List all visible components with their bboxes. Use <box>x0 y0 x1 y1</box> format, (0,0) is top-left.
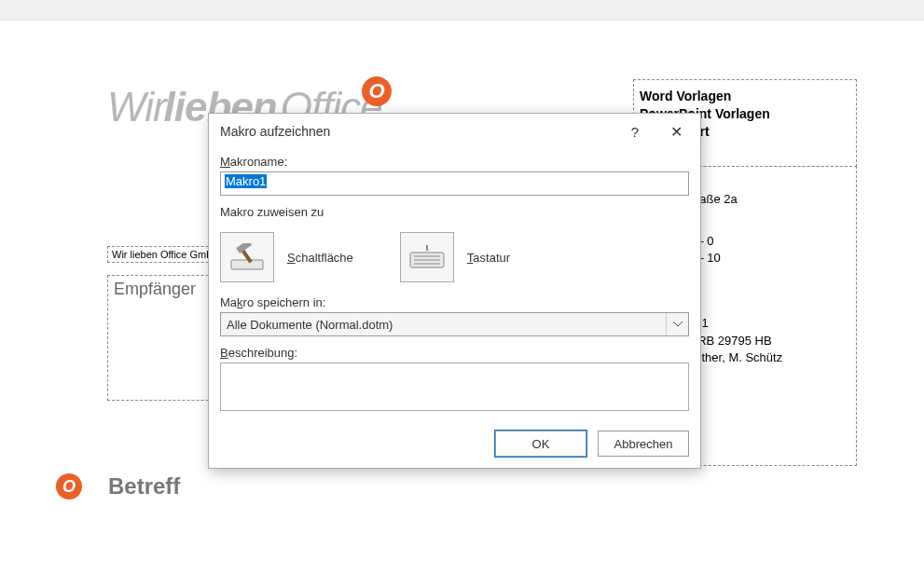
ribbon-bar <box>0 0 924 21</box>
assign-to-button[interactable]: Schaltfläche <box>220 232 353 282</box>
assign-to-keyboard[interactable]: Tastatur <box>400 232 510 282</box>
subject-label[interactable]: Betreff <box>108 473 180 499</box>
macroname-value: Makro1 <box>225 174 267 188</box>
dialog-close-button[interactable]: ✕ <box>657 114 695 149</box>
dialog-title-bar[interactable]: Makro aufzeichnen ? ✕ <box>209 114 700 149</box>
assign-row: Schaltfläche Tastatur <box>220 232 689 282</box>
subject-o-icon: O <box>56 473 82 499</box>
cancel-button[interactable]: Abbrechen <box>598 431 689 457</box>
dialog-body: Makroname: Makro1 Makro zuweisen zu <box>209 149 700 422</box>
help-icon: ? <box>631 124 639 140</box>
description-textarea[interactable] <box>220 363 689 411</box>
side-link-word: Word Vorlagen <box>640 88 850 105</box>
subject-row: O Betreff <box>56 473 180 499</box>
dialog-help-button[interactable]: ? <box>616 114 654 149</box>
dialog-title: Makro aufzeichnen <box>220 124 330 139</box>
record-macro-dialog: Makro aufzeichnen ? ✕ Makroname: Makro1 … <box>208 113 701 469</box>
ok-button[interactable]: OK <box>495 431 586 457</box>
macroname-input[interactable]: Makro1 <box>220 171 689 196</box>
savein-value: Alle Dokumente (Normal.dotm) <box>220 312 689 336</box>
macroname-label: Makroname: <box>220 155 689 169</box>
assign-button-caption: Schaltfläche <box>287 251 353 265</box>
recipient-placeholder: Empfänger <box>114 280 196 298</box>
svg-rect-0 <box>231 260 263 269</box>
chevron-down-icon[interactable] <box>666 313 688 335</box>
keyboard-icon <box>400 232 454 282</box>
logo-part1: Wir <box>107 84 166 130</box>
assign-label: Makro zuweisen zu <box>220 205 689 219</box>
savein-select[interactable]: Alle Dokumente (Normal.dotm) <box>220 312 689 336</box>
dialog-button-row: OK Abbrechen <box>495 431 689 457</box>
close-icon: ✕ <box>670 123 683 141</box>
logo-o-icon: O <box>362 76 392 106</box>
description-label: Beschreibung: <box>220 346 689 360</box>
hammer-button-icon <box>220 232 274 282</box>
savein-label: Makro speichern in: <box>220 295 689 309</box>
assign-keyboard-caption: Tastatur <box>467 251 510 265</box>
